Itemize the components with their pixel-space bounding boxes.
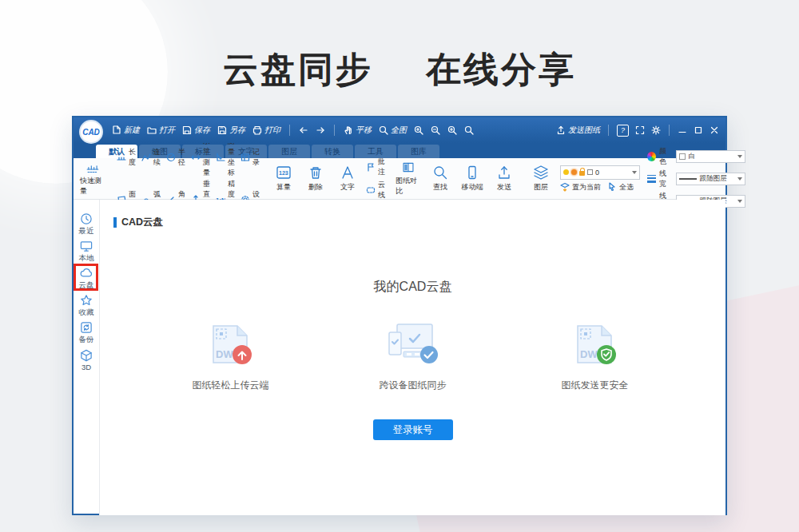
print-button[interactable]: 打印 [252, 125, 280, 136]
set-current-layer-button[interactable]: 置为当前 [560, 182, 601, 193]
lineweight-select[interactable]: 跟随图层 [676, 173, 745, 185]
monitor-icon [80, 240, 93, 252]
window-body: 最近 本地 云盘 收藏 备份 3D [74, 200, 725, 515]
title-bar: CAD 新建 打开 保存 另存 打印 [74, 117, 725, 143]
save-as-button[interactable]: 另存 [217, 125, 245, 136]
zoom-extents-button[interactable]: 全图 [379, 125, 407, 136]
continuous-icon [141, 153, 151, 162]
divider [669, 125, 670, 136]
layer-group: 图层 0 置为当前 [525, 161, 640, 197]
minimize-icon [678, 125, 687, 135]
save-button[interactable]: 保存 [182, 125, 210, 136]
quick-measure-icon [85, 161, 101, 174]
feature-label: 跨设备图纸同步 [380, 379, 447, 392]
quick-access-toolbar: 新建 打开 保存 另存 打印 [112, 125, 556, 136]
lineweight-label: 线宽 [659, 169, 673, 189]
lineweight-icon [647, 175, 656, 183]
zoom-window-button[interactable] [414, 125, 423, 135]
zoom-out-button[interactable] [431, 125, 440, 135]
color-select[interactable]: 白 [676, 150, 745, 163]
open-label: 打开 [159, 125, 175, 136]
send-drawing-label: 发送图纸 [568, 125, 600, 136]
annotate-button[interactable]: 批注 [366, 157, 385, 177]
print-label: 打印 [264, 125, 280, 136]
quantity-123-icon: 123 [276, 165, 292, 181]
layer-color-swatch [587, 169, 593, 175]
save-as-icon [217, 125, 227, 135]
open-button[interactable]: 打开 [147, 125, 175, 136]
redo-button[interactable] [316, 125, 325, 135]
cad-app-window: CAD 新建 打开 保存 另存 打印 [72, 116, 727, 515]
layer-name: 0 [595, 169, 599, 177]
tab-convert[interactable]: 转换 [312, 145, 353, 158]
send-button[interactable]: 发送 [488, 161, 520, 197]
new-label: 新建 [124, 125, 140, 136]
cube-icon [80, 349, 93, 362]
cloud-title: 我的CAD云盘 [374, 279, 452, 296]
section-header-label: CAD云盘 [121, 216, 163, 229]
backup-icon [80, 321, 93, 334]
layer-select[interactable]: 0 [560, 165, 640, 180]
highlight-box [74, 264, 98, 291]
properties-group: 颜色 白 线宽 跟随图层 线型 [645, 161, 748, 197]
help-glyph: ? [621, 126, 625, 134]
pan-button[interactable]: 平移 [344, 125, 372, 136]
revision-cloud-button[interactable]: 云线 [366, 180, 385, 200]
sidebar-item-favorites[interactable]: 收藏 [74, 292, 99, 320]
coordinates-icon [216, 153, 225, 162]
sidebar-item-local[interactable]: 本地 [74, 238, 99, 265]
delete-button[interactable]: 删除 [300, 161, 332, 197]
new-button[interactable]: 新建 [112, 125, 140, 136]
find-button[interactable]: 查找 [424, 161, 456, 197]
device-sync-illustration [383, 320, 443, 369]
fullscreen-button[interactable] [635, 125, 645, 135]
divider [334, 125, 335, 136]
gear-icon [651, 125, 661, 135]
sidebar-item-3d[interactable]: 3D [74, 347, 99, 374]
tab-layer[interactable]: 图层 [268, 145, 310, 158]
sidebar-item-recent[interactable]: 最近 [74, 211, 99, 238]
tab-library[interactable]: 图库 [398, 145, 439, 158]
length-icon [117, 153, 126, 162]
undo-button[interactable] [299, 125, 308, 135]
quick-measure-button[interactable]: 快速测量 [77, 161, 109, 197]
zoom-in-icon [447, 125, 457, 135]
settings-button[interactable] [651, 125, 661, 135]
headline-left: 云盘同步 [223, 50, 373, 89]
drawing-compare-button[interactable]: 图纸对比 [392, 161, 424, 197]
quantity-button[interactable]: 123 算量 [268, 161, 300, 197]
color-label: 颜色 [659, 146, 673, 167]
feature-sync: 跨设备图纸同步 [353, 320, 473, 392]
color-row: 颜色 白 [647, 146, 745, 167]
zoom-extents-label: 全图 [391, 125, 407, 136]
divider [608, 125, 609, 136]
help-button[interactable]: ? [617, 125, 629, 137]
maximize-button[interactable] [694, 125, 703, 135]
minimize-button[interactable] [678, 125, 687, 135]
white-swatch [679, 153, 686, 160]
dwg-secure-illustration: DWG [565, 320, 626, 369]
save-icon [182, 125, 192, 135]
sidebar-item-backup[interactable]: 备份 [74, 320, 99, 347]
quick-measure-label: 快速测量 [80, 176, 105, 197]
zoom-previous-button[interactable] [464, 125, 474, 135]
send-drawing-button[interactable]: 发送图纸 [556, 125, 600, 136]
text-a-icon [340, 165, 356, 181]
divider [289, 125, 290, 136]
login-button[interactable]: 登录账号 [373, 419, 453, 440]
zoom-in-button[interactable] [447, 125, 457, 135]
new-file-icon [112, 125, 121, 135]
layer-on-bulb-icon [563, 169, 569, 175]
trash-icon [308, 165, 324, 181]
print-icon [252, 125, 262, 135]
compare-icon [400, 161, 416, 174]
mobile-button[interactable]: 移动端 [456, 161, 488, 197]
chevron-down-icon [737, 155, 742, 158]
headline-right: 在线分享 [426, 50, 576, 89]
select-all-button[interactable]: 全选 [607, 182, 634, 193]
text-button[interactable]: 文字 [332, 161, 364, 197]
layers-button[interactable]: 图层 [525, 165, 557, 193]
close-button[interactable] [710, 125, 719, 135]
hand-icon [344, 125, 353, 135]
forward-arrow-icon [316, 125, 325, 135]
